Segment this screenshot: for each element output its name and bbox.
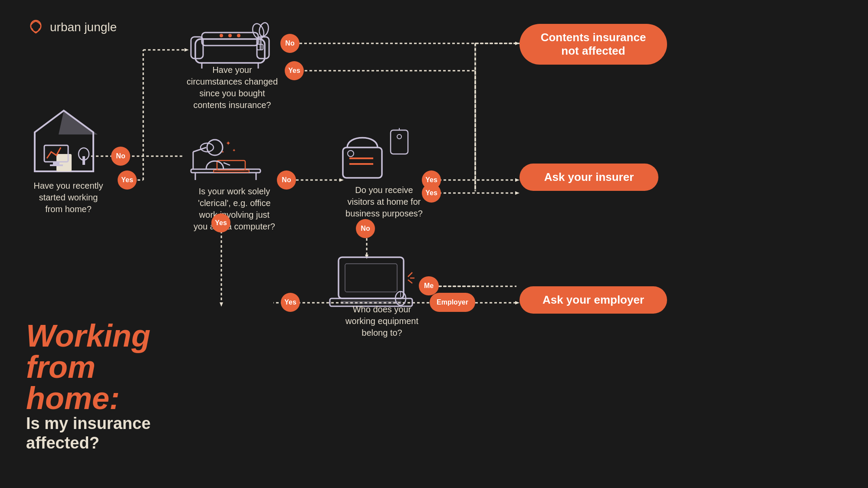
- svg-marker-19: [515, 178, 519, 182]
- svg-text:✦: ✦: [232, 148, 236, 153]
- badge-yes-q5: Yes: [281, 293, 300, 312]
- result-ask-insurer: Ask your insurer: [519, 164, 658, 191]
- svg-rect-58: [214, 170, 249, 172]
- badge-yes-q4-bot: Yes: [422, 183, 441, 203]
- result-ask-employer: Ask your employer: [519, 286, 667, 314]
- svg-rect-71: [391, 130, 408, 154]
- svg-point-72: [397, 134, 401, 139]
- svg-marker-34: [59, 111, 98, 134]
- svg-line-80: [408, 272, 412, 277]
- svg-rect-37: [53, 162, 59, 164]
- svg-line-60: [224, 163, 230, 165]
- badge-no-q2: No: [280, 34, 299, 53]
- q2-label: Have yourcircumstances changedsince you …: [180, 64, 284, 111]
- badge-employer-q5: Employer: [430, 293, 475, 312]
- svg-marker-17: [220, 302, 223, 307]
- svg-point-52: [228, 34, 232, 37]
- svg-point-51: [220, 34, 223, 37]
- house-icon: [26, 104, 102, 182]
- flowchart-container: urban jungle Workingfrom home: Is my ins…: [0, 0, 868, 488]
- q4-label: Do you receivevisitors at home forbusine…: [336, 184, 432, 219]
- svg-point-70: [348, 151, 354, 157]
- svg-text:✦: ✦: [226, 140, 231, 147]
- svg-line-82: [408, 280, 412, 283]
- result-contents-not-affected: Contents insurancenot affected: [519, 24, 667, 65]
- logo: urban jungle: [26, 17, 117, 37]
- logo-text: urban jungle: [50, 20, 117, 34]
- svg-rect-38: [50, 164, 63, 166]
- svg-rect-41: [195, 39, 265, 63]
- svg-point-59: [207, 140, 223, 155]
- svg-rect-77: [345, 264, 397, 292]
- title-subtitle: Is my insuranceaffected?: [26, 414, 182, 453]
- badge-yes-q3: Yes: [211, 213, 230, 233]
- badge-yes-q2: Yes: [285, 61, 304, 80]
- svg-marker-29: [515, 301, 519, 305]
- logo-icon: [26, 17, 46, 37]
- svg-marker-8: [515, 42, 519, 45]
- desk-person-icon: ✦ ✦ ✦: [182, 124, 269, 186]
- svg-marker-21: [515, 191, 519, 195]
- badge-me-q5: Me: [419, 276, 439, 295]
- svg-rect-67: [343, 147, 382, 178]
- svg-text:✦: ✦: [221, 150, 224, 154]
- q1-label: Have you recentlystarted workingfrom hom…: [24, 180, 113, 215]
- main-title: Workingfrom home: Is my insuranceaffecte…: [26, 320, 182, 453]
- badge-no-q3: No: [277, 170, 296, 190]
- svg-rect-30: [474, 43, 476, 192]
- badge-yes-q1: Yes: [118, 170, 137, 190]
- id-badge-icon: [334, 126, 417, 184]
- title-line1: Workingfrom home:: [26, 320, 182, 414]
- q3-label: Is your work solely'clerical', e.g. offi…: [180, 186, 289, 233]
- badge-no-q1: No: [111, 147, 130, 166]
- q5-label: Who does yourworking equipmentbelong to?: [336, 304, 427, 339]
- svg-point-53: [237, 34, 240, 37]
- badge-no-q4: No: [356, 219, 375, 238]
- sofa-icon: [187, 13, 273, 71]
